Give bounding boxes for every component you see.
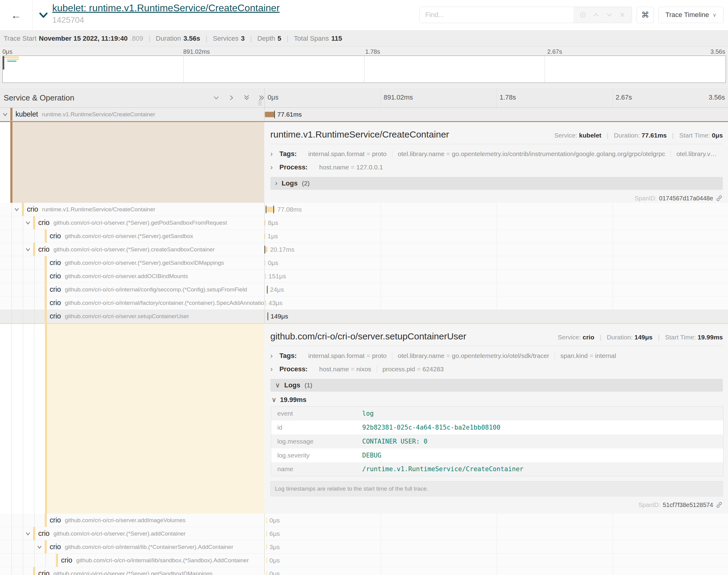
find-prev-icon[interactable] [592,11,600,19]
logs-toggle[interactable]: › Logs (2) [270,177,723,190]
clear-find-icon[interactable] [618,11,626,19]
minimap-viewport-scrubber[interactable] [3,56,4,70]
span-row[interactable]: crio runtime.v1.RuntimeService/CreateCon… [0,203,728,216]
row-chevron-down-icon[interactable] [25,247,31,252]
logs-toggle[interactable]: ∨ Logs (1) [270,379,723,392]
span-row[interactable]: crio github.com/cri-o/cri-o/internal/fac… [0,296,728,310]
duration-bar[interactable] [266,531,267,536]
operation-name: github.com/cri-o/cri-o/internal/lib/sand… [76,557,249,564]
span-timeline-cell[interactable]: 151μs [264,270,728,283]
duration-bar[interactable] [265,274,266,279]
span-row[interactable]: crio github.com/cri-o/cri-o/server.(*Ser… [0,256,728,270]
duration-bar[interactable] [265,233,265,239]
span-row[interactable]: crio github.com/cri-o/cri-o/server.(*Ser… [0,216,728,230]
span-row[interactable]: crio github.com/cri-o/cri-o/server.(*Ser… [0,527,728,540]
span-timeline-cell[interactable]: 3μs [264,540,728,553]
column-resizer-handle[interactable] [259,100,261,106]
service-name: kubelet [15,110,38,119]
span-row[interactable]: crio github.com/cri-o/cri-o/internal/con… [0,283,728,296]
process-row[interactable]: › Process: host.name=127.0.0.1 [270,161,723,174]
span-timeline-cell[interactable]: 0μs [264,514,728,527]
minimap-canvas[interactable] [2,56,726,83]
collapse-one-icon[interactable] [212,94,220,101]
service-name: crio [50,312,61,320]
span-name-cell[interactable]: crio github.com/cri-o/cri-o/server.(*Ser… [0,216,264,229]
duration-bar[interactable] [265,220,265,226]
expand-one-icon[interactable] [228,94,235,101]
span-row[interactable]: crio github.com/cri-o/cri-o/server.addOC… [0,270,728,283]
span-timeline-cell[interactable]: 24μs [264,283,728,296]
span-timeline-cell[interactable]: 0μs [264,256,728,269]
row-chevron-down-icon[interactable] [37,545,42,549]
span-row[interactable]: crio github.com/cri-o/cri-o/server.setup… [0,310,728,323]
span-timeline-cell[interactable]: 149μs [264,310,728,323]
view-select-button[interactable]: Trace Timeline ∨ [658,7,723,23]
span-row[interactable]: crio github.com/cri-o/cri-o/server.(*Ser… [0,243,728,256]
span-timeline-cell[interactable]: 0μs [264,567,728,575]
span-timeline-cell[interactable]: 77.08ms [264,203,728,216]
row-chevron-down-icon[interactable] [25,221,31,225]
span-name-cell[interactable]: crio github.com/cri-o/cri-o/server.addOC… [0,270,264,283]
panel-left-gutter [0,122,264,203]
keyboard-shortcuts-button[interactable]: ⌘ [637,7,654,23]
span-timeline-cell[interactable]: 43μs [264,296,728,309]
duration-bar[interactable] [265,247,268,252]
duration-bar[interactable] [265,112,274,117]
span-name-cell[interactable]: crio github.com/cri-o/cri-o/server.(*Ser… [0,243,264,256]
duration-bar[interactable] [265,260,265,266]
row-chevron-down-icon[interactable] [2,112,8,117]
span-row[interactable]: crio github.com/cri-o/cri-o/internal/lib… [0,554,728,567]
process-row[interactable]: › Process: host.name=nixosprocess.pid=62… [270,363,723,376]
span-name-cell[interactable]: crio github.com/cri-o/cri-o/server.(*Ser… [0,527,264,540]
span-name-cell[interactable]: crio github.com/cri-o/cri-o/internal/lib… [0,554,264,567]
span-name-cell[interactable]: crio github.com/cri-o/cri-o/server.addIm… [0,514,264,527]
deep-link-icon[interactable] [716,195,723,202]
duration-label: 6μs [269,527,280,540]
span-name-cell[interactable]: kubelet runtime.v1.RuntimeService/Create… [0,108,264,121]
duration-bar[interactable] [266,558,267,563]
span-name-cell[interactable]: crio github.com/cri-o/cri-o/internal/fac… [0,296,264,309]
depth-guide-line [34,230,35,243]
span-name-cell[interactable]: crio github.com/cri-o/cri-o/server.setup… [0,310,264,323]
service-name: crio [50,543,61,551]
log-field-row: name/runtime.v1.RuntimeService/CreateCon… [271,462,723,476]
span-name-cell[interactable]: crio github.com/cri-o/cri-o/server.(*Ser… [0,256,264,269]
duration-bar[interactable] [266,544,267,550]
span-name-cell[interactable]: crio github.com/cri-o/cri-o/internal/con… [0,283,264,296]
depth-guide-line [34,554,35,567]
depth-guide-line [34,283,35,296]
find-input[interactable] [420,7,573,23]
log-entry-toggle[interactable]: ∨ 19.99ms [271,396,723,404]
span-name-cell[interactable]: crio github.com/cri-o/cri-o/server.(*Ser… [0,230,264,243]
find-next-icon[interactable] [605,11,613,19]
tags-row[interactable]: › Tags: internal.span.format=protootel.l… [270,147,723,161]
back-button[interactable]: ← [0,0,33,30]
span-timeline-cell[interactable]: 20.17ms [264,243,728,256]
span-timeline-cell[interactable]: 6μs [264,527,728,540]
deep-link-icon[interactable] [716,501,723,509]
span-row[interactable]: crio github.com/cri-o/cri-o/server.(*Ser… [0,230,728,243]
span-row[interactable]: kubelet runtime.v1.RuntimeService/Create… [0,108,728,121]
collapse-all-icon[interactable] [243,94,250,101]
span-row[interactable]: crio github.com/cri-o/cri-o/server.addIm… [0,514,728,527]
operation-name: github.com/cri-o/cri-o/internal/lib.(*Co… [65,544,233,550]
span-timeline-cell[interactable]: 8μs [264,216,728,229]
duration-bar[interactable] [266,518,267,523]
tags-row[interactable]: › Tags: internal.span.format=protootel.l… [270,349,723,363]
span-row[interactable]: crio github.com/cri-o/cri-o/internal/lib… [0,540,728,554]
row-chevron-down-icon[interactable] [25,531,31,536]
duration-bar[interactable] [266,571,267,575]
trace-title-link[interactable]: kubelet: runtime.v1.RuntimeService/Creat… [52,2,280,14]
span-timeline-cell[interactable]: 77.61ms [264,108,728,121]
duration-bar[interactable] [265,300,266,306]
span-timeline-cell[interactable]: 1μs [264,230,728,243]
span-row[interactable]: crio github.com/cri-o/cri-o/server.(*Ser… [0,567,728,575]
row-chevron-down-icon[interactable] [14,207,20,212]
span-name-cell[interactable]: crio runtime.v1.RuntimeService/CreateCon… [0,203,264,216]
log-field-row: id92b82381-025c-4a64-815c-ba2e1bb08100 [271,420,723,434]
trace-collapse-chevron-icon[interactable] [39,12,48,18]
locate-icon[interactable] [579,11,587,19]
span-timeline-cell[interactable]: 0μs [264,554,728,567]
span-name-cell[interactable]: crio github.com/cri-o/cri-o/internal/lib… [0,540,264,553]
span-name-cell[interactable]: crio github.com/cri-o/cri-o/server.(*Ser… [0,567,264,575]
